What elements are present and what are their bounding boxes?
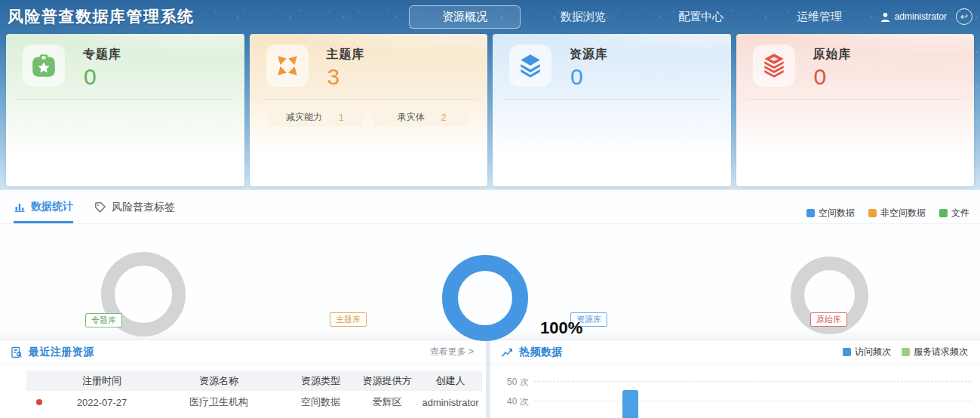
card-title: 原始库 bbox=[813, 47, 852, 63]
panel-title: 最近注册资源 bbox=[29, 346, 94, 359]
hot-frequency-panel: 热频数据 访问频次 服务请求频次 50 次 40 次 bbox=[490, 340, 980, 418]
layers-icon bbox=[509, 45, 551, 87]
gridline-40 bbox=[534, 401, 971, 401]
user-icon bbox=[880, 11, 891, 23]
card-divider bbox=[260, 99, 478, 100]
table-header-row: 注册时间 资源名称 资源类型 资源提供方 创建人 bbox=[26, 370, 482, 391]
red-dot-icon bbox=[36, 399, 42, 405]
legend-service-request-frequency[interactable]: 服务请求频次 bbox=[902, 346, 968, 358]
legend-visit-frequency[interactable]: 访问频次 bbox=[843, 346, 891, 358]
legend-swatch bbox=[902, 348, 910, 356]
legend-swatch bbox=[806, 209, 815, 217]
sub-stat-value: 1 bbox=[339, 112, 344, 123]
col-resource-type: 资源类型 bbox=[286, 374, 355, 388]
cell-resource-type: 空间数据 bbox=[286, 395, 355, 409]
card-count: 3 bbox=[327, 64, 340, 90]
donut-label-theme: 主题库 bbox=[330, 312, 367, 327]
card-theme-library[interactable]: 主题库 3 减灾能力 1 承灾体 2 bbox=[250, 34, 488, 186]
legend-label: 空间数据 bbox=[819, 207, 855, 220]
user-menu[interactable]: administrator bbox=[880, 0, 947, 33]
col-resource-provider: 资源提供方 bbox=[355, 374, 419, 388]
cell-resource-provider: 爱辉区 bbox=[355, 395, 419, 409]
col-resource-name: 资源名称 bbox=[152, 374, 286, 388]
y-tick-50: 50 次 bbox=[507, 376, 529, 389]
nav-tab-ops-management[interactable]: 运维管理 bbox=[763, 6, 875, 28]
stats-legend: 空间数据 非空间数据 文件 bbox=[806, 207, 969, 220]
user-name: administrator bbox=[895, 11, 947, 22]
nav-tab-resource-overview[interactable]: 资源概况 bbox=[409, 5, 521, 29]
col-register-time: 注册时间 bbox=[52, 374, 152, 388]
logout-icon[interactable]: ↩ bbox=[956, 8, 972, 25]
app-title: 风险普查数据库管理系统 bbox=[8, 6, 195, 27]
donut-label-thematic: 专题库 bbox=[85, 313, 122, 327]
legend-swatch bbox=[843, 348, 851, 356]
card-count: 0 bbox=[570, 64, 583, 90]
donut-label-raw: 原始库 bbox=[810, 312, 847, 327]
card-thematic-library[interactable]: 专题库 0 bbox=[6, 34, 244, 186]
legend-label: 访问频次 bbox=[855, 346, 891, 358]
sub-stat-disaster-bearing[interactable]: 承灾体 2 bbox=[374, 108, 469, 127]
cell-creator: administrator bbox=[419, 397, 482, 408]
row-status bbox=[26, 399, 52, 405]
star-box-icon bbox=[23, 45, 65, 87]
tab-label: 数据统计 bbox=[31, 200, 73, 214]
bar-chart-icon bbox=[14, 201, 26, 213]
nav-tab-config-center[interactable]: 配置中心 bbox=[645, 6, 757, 28]
legend-label: 非空间数据 bbox=[880, 207, 926, 220]
hot-chart-area: 50 次 40 次 bbox=[490, 364, 980, 418]
card-divider bbox=[503, 99, 720, 100]
tab-data-statistics[interactable]: 数据统计 bbox=[14, 190, 73, 223]
main-nav: 资源概况 数据浏览 配置中心 运维管理 bbox=[409, 0, 875, 33]
trend-chart-icon bbox=[501, 346, 513, 358]
legend-swatch bbox=[868, 209, 877, 217]
nav-tab-data-browse[interactable]: 数据浏览 bbox=[527, 6, 639, 28]
donut-pagination-dots: ··· bbox=[478, 335, 490, 343]
table-row[interactable]: 2022-07-27 医疗卫生机构 空间数据 爱辉区 administrator bbox=[26, 391, 482, 413]
card-divider bbox=[17, 99, 234, 100]
hot-panel-header: 热频数据 访问频次 服务请求频次 bbox=[490, 340, 980, 364]
cell-resource-name: 医疗卫生机构 bbox=[152, 395, 286, 409]
card-resource-library[interactable]: 资源库 0 bbox=[493, 34, 731, 186]
donut-percent-annotation: 100% bbox=[540, 318, 582, 338]
hot-legend: 访问频次 服务请求频次 bbox=[843, 346, 968, 358]
legend-files[interactable]: 文件 bbox=[939, 207, 969, 220]
pinwheel-icon bbox=[266, 45, 309, 87]
tag-icon bbox=[94, 201, 106, 214]
sub-stat-label: 承灾体 bbox=[398, 111, 425, 124]
cube-stack-icon bbox=[753, 45, 795, 87]
dashboard-page: 风险普查数据库管理系统 资源概况 数据浏览 配置中心 运维管理 administ… bbox=[0, 0, 980, 418]
recent-resources-panel: 最近注册资源 查看更多 > 注册时间 资源名称 资源类型 资源提供方 创建人 2… bbox=[0, 340, 486, 418]
top-header: 风险普查数据库管理系统 资源概况 数据浏览 配置中心 运维管理 administ… bbox=[0, 0, 980, 33]
col-creator: 创建人 bbox=[419, 374, 482, 388]
card-raw-library[interactable]: 原始库 0 bbox=[736, 34, 975, 186]
bar-visit-frequency bbox=[622, 390, 638, 418]
document-search-icon bbox=[11, 346, 23, 358]
cell-register-time: 2022-07-27 bbox=[52, 397, 152, 408]
card-title: 专题库 bbox=[83, 47, 121, 63]
sub-stat-disaster-reduction[interactable]: 减灾能力 1 bbox=[268, 108, 363, 127]
card-count: 0 bbox=[84, 64, 97, 90]
tab-risk-survey-labels[interactable]: 风险普查标签 bbox=[94, 190, 175, 223]
tab-label: 风险普查标签 bbox=[112, 201, 175, 214]
legend-spatial-data[interactable]: 空间数据 bbox=[806, 207, 855, 220]
recent-panel-header: 最近注册资源 查看更多 > bbox=[0, 340, 486, 364]
sub-stat-label: 减灾能力 bbox=[286, 111, 322, 124]
legend-non-spatial-data[interactable]: 非空间数据 bbox=[868, 207, 926, 220]
y-tick-40: 40 次 bbox=[507, 395, 529, 408]
donut-chart-theme bbox=[442, 255, 528, 341]
card-divider bbox=[747, 99, 964, 100]
sub-stat-value: 2 bbox=[441, 112, 447, 123]
card-title: 主题库 bbox=[327, 47, 365, 63]
gridline-50 bbox=[534, 381, 971, 382]
legend-label: 服务请求频次 bbox=[914, 346, 968, 358]
recent-resources-table: 注册时间 资源名称 资源类型 资源提供方 创建人 2022-07-27 医疗卫生… bbox=[26, 370, 482, 413]
legend-swatch bbox=[939, 209, 948, 217]
card-sub-stats: 减灾能力 1 承灾体 2 bbox=[268, 108, 470, 127]
card-count: 0 bbox=[814, 64, 827, 90]
panel-title: 热频数据 bbox=[519, 346, 563, 359]
summary-cards: 专题库 0 主题库 3 减灾能力 1 bbox=[6, 34, 974, 186]
legend-label: 文件 bbox=[951, 207, 969, 220]
card-title: 资源库 bbox=[570, 47, 608, 63]
view-more-link[interactable]: 查看更多 > bbox=[430, 346, 474, 358]
